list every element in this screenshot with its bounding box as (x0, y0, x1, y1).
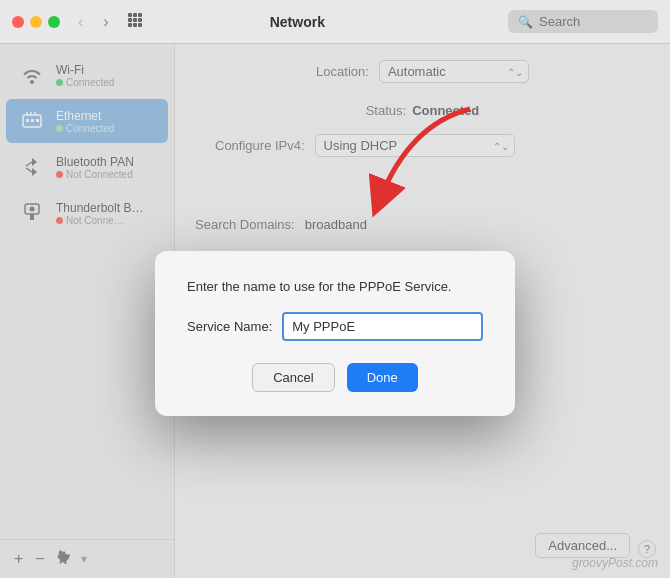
service-name-label: Service Name: (187, 319, 272, 334)
search-input[interactable] (539, 14, 648, 29)
search-icon: 🔍 (518, 15, 533, 29)
modal-field-row: Service Name: (187, 312, 483, 341)
modal-title: Enter the name to use for the PPPoE Serv… (187, 279, 483, 294)
cancel-button[interactable]: Cancel (252, 363, 334, 392)
modal-overlay: Enter the name to use for the PPPoE Serv… (0, 88, 670, 578)
titlebar: ‹ › Network 🔍 (0, 0, 670, 44)
modal-dialog: Enter the name to use for the PPPoE Serv… (155, 251, 515, 416)
search-bar[interactable]: 🔍 (508, 10, 658, 33)
back-button[interactable]: ‹ (72, 10, 89, 34)
service-name-input[interactable] (282, 312, 483, 341)
close-button[interactable] (12, 16, 24, 28)
modal-buttons: Cancel Done (187, 363, 483, 392)
traffic-lights (12, 16, 60, 28)
service-name-input-wrapper (282, 312, 483, 341)
done-button[interactable]: Done (347, 363, 418, 392)
window-title: Network (95, 14, 500, 30)
minimize-button[interactable] (30, 16, 42, 28)
main-content: Wi-Fi Connected (0, 44, 670, 578)
maximize-button[interactable] (48, 16, 60, 28)
